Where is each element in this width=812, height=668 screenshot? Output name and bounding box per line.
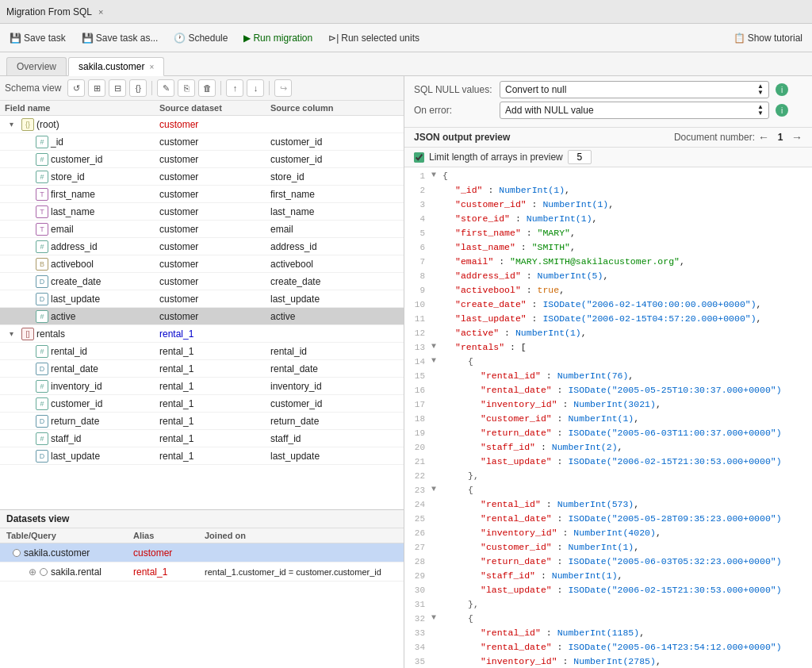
line-content: "last_update" : ISODate("2006-02-15T04:5… (442, 313, 762, 324)
limit-num-input[interactable] (568, 150, 592, 164)
tree-row[interactable]: # store_id customer store_id (0, 168, 404, 186)
tree-row[interactable]: D last_update rental_1 last_update (0, 447, 404, 465)
tab-overview[interactable]: Overview (6, 57, 67, 75)
run-selected-units-button[interactable]: ⊳| Run selected units (325, 31, 423, 45)
tree-row[interactable]: # active customer active (0, 308, 404, 325)
run-selected-icon: ⊳| (328, 33, 339, 44)
tree-row[interactable]: # customer_id customer customer_id (0, 151, 404, 168)
schema-btn-up[interactable]: ↑ (226, 79, 243, 97)
schema-btn-edit[interactable]: ✎ (157, 79, 174, 97)
title-bar-close[interactable]: × (98, 7, 103, 17)
collapse-btn[interactable]: ▾ (10, 120, 19, 129)
list-item[interactable]: ⊕ sakila.rental rental_1 rental_1.custom… (0, 562, 404, 582)
line-content: "inventory_id" : NumberInt(2785), (442, 656, 661, 666)
field-type-icon: D (36, 415, 48, 428)
line-content: "rental_date" : ISODate("2005-06-14T23:5… (442, 642, 782, 652)
save-task-as-button[interactable]: 💾 Save task as... (79, 31, 162, 45)
json-line: 15 "rental_id" : NumberInt(76), (404, 370, 812, 385)
json-line: 10 "create_date" : ISODate("2006-02-14T0… (404, 299, 812, 313)
field-dataset: customer (159, 189, 270, 200)
list-item[interactable]: sakila.customer customer (0, 543, 404, 562)
line-number: 10 (408, 299, 431, 309)
tree-row[interactable]: # customer_id rental_1 customer_id (0, 395, 404, 413)
prev-doc-button[interactable]: ← (758, 131, 769, 144)
tree-row[interactable]: # _id customer customer_id (0, 133, 404, 151)
tab-close-icon[interactable]: × (149, 63, 154, 71)
line-number: 34 (408, 642, 431, 652)
tree-header: Field name Source dataset Source column (0, 101, 404, 116)
json-code[interactable]: 1 ▼ { 2 "_id" : NumberInt(1), 3 "custome… (404, 167, 812, 668)
field-tree[interactable]: ▾ {} (root) customer # _id customer cust… (0, 116, 404, 509)
field-name-text: activebool (51, 259, 94, 270)
sql-null-info-icon[interactable]: i (776, 83, 788, 96)
line-content: "customer_id" : NumberInt(1), (442, 542, 639, 552)
line-content: "create_date" : ISODate("2006-02-14T00:0… (442, 299, 762, 309)
line-toggle[interactable]: ▼ (431, 171, 442, 179)
json-line: 7 "email" : "MARY.SMITH@sakilacustomer.o… (404, 256, 812, 271)
tree-row[interactable]: T last_name customer last_name (0, 203, 404, 221)
line-toggle[interactable]: ▼ (431, 356, 442, 365)
line-number: 32 (408, 613, 431, 624)
ds-alias-text: rental_1 (133, 566, 205, 578)
tree-row[interactable]: ▾ {} (root) customer (0, 116, 404, 133)
field-type-icon: # (36, 310, 48, 323)
schema-btn-more[interactable]: ↪ (274, 79, 292, 97)
schema-btn-json[interactable]: ⊟ (109, 79, 126, 97)
tree-row[interactable]: # rental_id rental_1 rental_id (0, 343, 404, 360)
tree-row[interactable]: ▾ [] rentals rental_1 (0, 325, 404, 343)
ds-name-text: sakila.customer (24, 547, 90, 559)
line-content: "active" : NumberInt(1), (442, 328, 587, 338)
tree-row[interactable]: D return_date rental_1 return_date (0, 413, 404, 430)
tree-row[interactable]: D last_update customer last_update (0, 290, 404, 308)
tab-sakila-customer[interactable]: sakila.customer × (68, 57, 164, 76)
run-migration-button[interactable]: ▶ Run migration (240, 31, 316, 45)
on-error-row: On error: Add with NULL value ▲ ▼ i (414, 102, 802, 119)
tree-row[interactable]: # address_id customer address_id (0, 238, 404, 255)
field-dataset: rental_1 (159, 416, 270, 427)
schedule-button[interactable]: 🕐 Schedule (170, 31, 231, 45)
sql-null-select[interactable]: Convert to null ▲ ▼ (500, 81, 769, 98)
next-doc-button[interactable]: → (791, 131, 802, 144)
tree-row[interactable]: T first_name customer first_name (0, 186, 404, 203)
limit-label: Limit length of arrays in preview (429, 152, 563, 163)
line-content: "rental_id" : NumberInt(573), (442, 499, 639, 509)
title-bar: Migration From SQL × (0, 0, 812, 24)
schema-btn-delete[interactable]: 🗑 (198, 79, 216, 97)
collapse-btn[interactable]: ▾ (10, 329, 19, 338)
field-type-icon: D (36, 363, 48, 375)
field-name-text: _id (51, 136, 63, 148)
on-error-select[interactable]: Add with NULL value ▲ ▼ (500, 102, 769, 119)
line-toggle[interactable]: ▼ (431, 342, 442, 351)
schema-btn-down[interactable]: ↓ (247, 79, 264, 97)
save-as-icon: 💾 (82, 33, 94, 44)
tree-row[interactable]: # inventory_id rental_1 inventory_id (0, 378, 404, 395)
field-column: rental_id (270, 346, 399, 357)
schema-btn-refresh[interactable]: ↺ (67, 79, 85, 97)
tutorial-icon: 📋 (733, 33, 745, 44)
line-number: 27 (408, 542, 431, 552)
json-line: 31 }, (404, 599, 812, 613)
tree-row[interactable]: T email customer email (0, 221, 404, 238)
show-tutorial-button[interactable]: 📋 Show tutorial (730, 31, 806, 45)
field-name-text: customer_id (51, 154, 102, 165)
line-toggle[interactable]: ▼ (431, 485, 442, 493)
field-column: active (270, 311, 399, 322)
tree-row[interactable]: D create_date customer create_date (0, 273, 404, 290)
datasets-table[interactable]: sakila.customer customer ⊕ sakila.rental… (0, 543, 404, 668)
line-number: 1 (408, 171, 431, 181)
json-line: 9 "activebool" : true, (404, 285, 812, 299)
tree-row[interactable]: # staff_id rental_1 staff_id (0, 430, 404, 447)
line-number: 4 (408, 213, 431, 224)
field-dataset: rental_1 (159, 328, 270, 340)
line-toggle[interactable]: ▼ (431, 613, 442, 622)
tree-row[interactable]: D rental_date rental_1 rental_date (0, 360, 404, 378)
line-number: 33 (408, 628, 431, 638)
field-type-icon: # (36, 432, 48, 445)
schema-btn-table[interactable]: ⊞ (88, 79, 105, 97)
tree-row[interactable]: B activebool customer activebool (0, 255, 404, 273)
save-task-button[interactable]: 💾 Save task (6, 31, 69, 45)
limit-checkbox[interactable] (414, 152, 424, 163)
schema-btn-copy[interactable]: ⎘ (178, 79, 195, 97)
on-error-info-icon[interactable]: i (776, 104, 788, 117)
schema-btn-code[interactable]: {} (129, 79, 147, 97)
